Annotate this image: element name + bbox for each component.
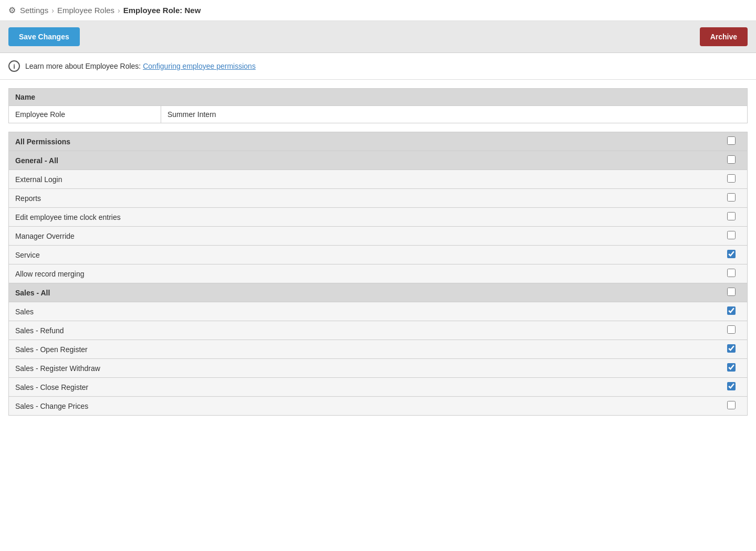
breadcrumb-settings[interactable]: Settings (20, 6, 48, 15)
sales-register-withdraw-checkbox[interactable] (727, 363, 736, 372)
manager-override-label: Manager Override (9, 227, 716, 246)
allow-record-merging-label: Allow record merging (9, 264, 716, 283)
sales-close-register-checkbox[interactable] (727, 382, 736, 390)
table-row: Service (9, 246, 748, 264)
general-all-header-row: General - All (9, 151, 748, 170)
all-permissions-header-row: All Permissions (9, 132, 748, 151)
table-row: Sales - Close Register (9, 378, 748, 397)
gear-icon: ⚙ (8, 5, 16, 15)
info-prefix: Learn more about Employee Roles: (25, 62, 141, 70)
reports-label: Reports (9, 189, 716, 208)
permissions-table: Name Employee Role Summer Intern (8, 88, 748, 123)
breadcrumb-current: Employee Role: New (123, 6, 201, 15)
sales-change-prices-checkbox[interactable] (727, 401, 736, 409)
sales-register-withdraw-label: Sales - Register Withdraw (9, 359, 716, 378)
general-all-checkbox-cell[interactable] (716, 151, 748, 170)
table-row: Edit employee time clock entries (9, 208, 748, 227)
sales-open-register-checkbox[interactable] (727, 344, 736, 353)
sales-label: Sales (9, 302, 716, 321)
name-header-row: Name (9, 89, 748, 106)
breadcrumb-employee-roles[interactable]: Employee Roles (57, 6, 114, 15)
all-permissions-label: All Permissions (9, 132, 716, 151)
sales-all-label: Sales - All (9, 283, 716, 302)
reports-checkbox[interactable] (727, 193, 736, 202)
breadcrumb-bar: ⚙ Settings › Employee Roles › Employee R… (0, 0, 756, 21)
table-row: Allow record merging (9, 264, 748, 283)
archive-button[interactable]: Archive (700, 27, 748, 46)
sales-open-register-label: Sales - Open Register (9, 340, 716, 359)
all-permissions-table: All Permissions General - All External L… (8, 132, 748, 416)
sales-checkbox[interactable] (727, 306, 736, 315)
info-icon: i (8, 60, 20, 72)
table-row: Manager Override (9, 227, 748, 246)
table-row: Reports (9, 189, 748, 208)
all-permissions-checkbox[interactable] (727, 136, 736, 145)
sales-close-register-label: Sales - Close Register (9, 378, 716, 397)
employee-role-value: Summer Intern (161, 106, 748, 123)
table-row: Sales - Open Register (9, 340, 748, 359)
info-link[interactable]: Configuring employee permissions (143, 62, 256, 70)
main-content: Name Employee Role Summer Intern All Per… (0, 80, 756, 424)
table-row: Sales (9, 302, 748, 321)
table-row: Sales - Refund (9, 321, 748, 340)
save-button[interactable]: Save Changes (8, 27, 80, 46)
service-checkbox[interactable] (727, 250, 736, 258)
name-header-cell: Name (9, 89, 748, 106)
sales-refund-label: Sales - Refund (9, 321, 716, 340)
service-label: Service (9, 246, 716, 264)
external-login-checkbox[interactable] (727, 174, 736, 183)
sales-change-prices-label: Sales - Change Prices (9, 397, 716, 416)
breadcrumb-sep-1: › (51, 6, 54, 15)
table-row: Sales - Register Withdraw (9, 359, 748, 378)
general-all-checkbox[interactable] (727, 155, 736, 164)
info-text: Learn more about Employee Roles: Configu… (25, 62, 256, 70)
table-row: Sales - Change Prices (9, 397, 748, 416)
edit-time-clock-label: Edit employee time clock entries (9, 208, 716, 227)
allow-record-merging-checkbox[interactable] (727, 269, 736, 277)
employee-role-label: Employee Role (9, 106, 161, 123)
sales-refund-checkbox[interactable] (727, 325, 736, 334)
breadcrumb-sep-2: › (118, 6, 120, 15)
table-row: External Login (9, 170, 748, 189)
action-bar: Save Changes Archive (0, 21, 756, 53)
name-value-row: Employee Role Summer Intern (9, 106, 748, 123)
all-permissions-checkbox-cell[interactable] (716, 132, 748, 151)
sales-all-checkbox[interactable] (727, 288, 736, 296)
edit-time-clock-checkbox[interactable] (727, 212, 736, 220)
info-bar: i Learn more about Employee Roles: Confi… (0, 53, 756, 80)
manager-override-checkbox[interactable] (727, 231, 736, 239)
sales-all-header-row: Sales - All (9, 283, 748, 302)
sales-all-checkbox-cell[interactable] (716, 283, 748, 302)
general-all-label: General - All (9, 151, 716, 170)
external-login-label: External Login (9, 170, 716, 189)
